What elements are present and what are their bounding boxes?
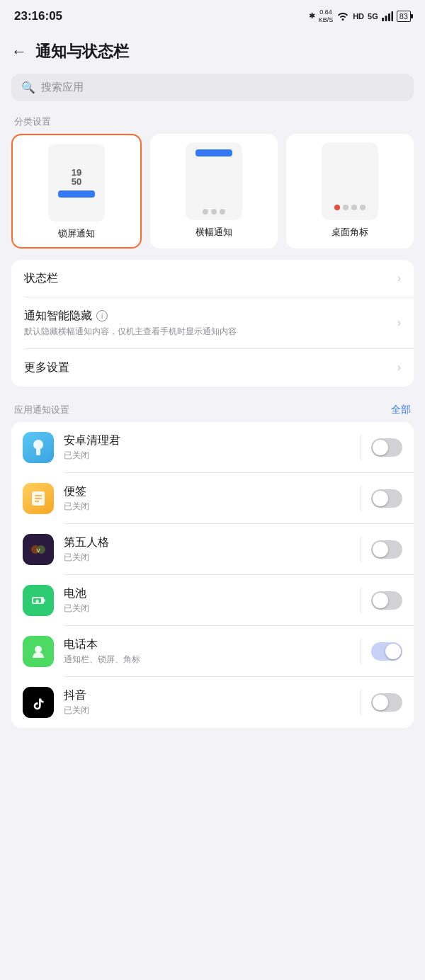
app-icon-tiktok <box>23 687 54 718</box>
toggle-memo[interactable] <box>371 489 402 508</box>
badge-dots-row <box>334 205 366 210</box>
toggle-contacts[interactable] <box>371 642 402 661</box>
banner-card-label: 横幅通知 <box>196 226 232 239</box>
speed-indicator: 0.64KB/S <box>319 8 334 24</box>
banner-bar <box>196 149 232 156</box>
svg-rect-1 <box>385 16 387 21</box>
app-name-memo: 便签 <box>64 484 351 499</box>
app-divider-game <box>361 537 361 562</box>
banner-preview-image <box>186 142 242 220</box>
svg-point-4 <box>33 440 43 450</box>
svg-rect-5 <box>36 449 40 455</box>
category-card-badge[interactable]: 桌面角标 <box>286 134 414 249</box>
app-row-cleaner[interactable]: 安卓清理君 已关闭 <box>11 422 414 473</box>
settings-row-smarthide[interactable]: 通知智能隐藏 i 默认隐藏横幅通知内容，仅机主查看手机时显示通知内容 › <box>11 297 414 349</box>
badge-card-label: 桌面角标 <box>332 226 368 239</box>
statusbar-title: 状态栏 <box>24 271 397 286</box>
banner-dot-1 <box>203 209 208 215</box>
toggle-knob-contacts <box>385 644 401 659</box>
toggle-knob-memo <box>373 491 388 506</box>
app-row-game[interactable]: V 第五人格 已关闭 <box>11 524 414 575</box>
app-status-memo: 已关闭 <box>64 501 351 513</box>
settings-row-more[interactable]: 更多设置 › <box>11 349 414 387</box>
info-icon: i <box>96 310 108 321</box>
badge-preview-image <box>322 142 378 220</box>
toggle-knob-battery <box>373 593 388 608</box>
svg-point-18 <box>35 646 42 653</box>
search-bar[interactable]: 🔍 搜索应用 <box>11 74 414 101</box>
app-row-memo[interactable]: 便签 已关闭 <box>11 473 414 524</box>
page-title: 通知与状态栏 <box>35 41 129 62</box>
app-section-all-button[interactable]: 全部 <box>391 404 411 416</box>
badge-dot-gray-1 <box>343 205 348 210</box>
svg-rect-3 <box>391 11 393 21</box>
smarthide-title: 通知智能隐藏 <box>24 309 92 324</box>
toggle-knob-game <box>373 542 388 557</box>
app-icon-cleaner <box>23 432 54 463</box>
svg-rect-2 <box>388 13 390 21</box>
toggle-cleaner[interactable] <box>371 438 402 457</box>
toggle-battery[interactable] <box>371 591 402 610</box>
smarthide-chevron: › <box>397 317 401 329</box>
battery-icon: 83 <box>397 11 411 22</box>
header: ← 通知与状态栏 <box>0 30 425 74</box>
category-card-lock[interactable]: 1950 锁屏通知 <box>11 134 142 249</box>
svg-text:V: V <box>36 547 40 554</box>
category-section-label: 分类设置 <box>0 113 425 134</box>
toggle-knob-tiktok <box>373 695 388 710</box>
banner-dots <box>203 209 225 215</box>
5g-label: 5G <box>368 12 378 21</box>
app-row-contacts[interactable]: 电话本 通知栏、锁屏、角标 <box>11 626 414 677</box>
app-divider-tiktok <box>361 690 361 715</box>
statusbar-chevron: › <box>397 272 401 285</box>
category-card-banner[interactable]: 横幅通知 <box>150 134 278 249</box>
app-icon-game: V <box>23 534 54 565</box>
app-icon-battery: ⊕ <box>23 585 54 616</box>
wifi-icon <box>336 11 349 22</box>
lock-card-label: 锁屏通知 <box>58 227 95 240</box>
app-icon-memo <box>23 483 54 514</box>
app-divider-contacts <box>361 639 361 664</box>
app-name-tiktok: 抖音 <box>64 688 351 703</box>
app-row-battery[interactable]: ⊕ 电池 已关闭 <box>11 575 414 626</box>
app-row-tiktok[interactable]: 抖音 已关闭 <box>11 677 414 728</box>
bottom-spacer <box>0 739 425 768</box>
search-input[interactable]: 搜索应用 <box>41 81 84 94</box>
app-status-contacts: 通知栏、锁屏、角标 <box>64 654 351 666</box>
app-icon-contacts <box>23 636 54 667</box>
app-name-cleaner: 安卓清理君 <box>64 433 351 448</box>
svg-rect-15 <box>44 599 45 602</box>
badge-dot-red-1 <box>334 205 340 210</box>
status-time: 23:16:05 <box>14 9 62 23</box>
signal-icon <box>382 11 393 21</box>
settings-row-statusbar[interactable]: 状态栏 › <box>11 260 414 297</box>
app-name-battery: 电池 <box>64 586 351 601</box>
search-icon: 🔍 <box>21 81 35 94</box>
status-icons: ✱ 0.64KB/S HD 5G 83 <box>309 8 411 24</box>
more-settings-title: 更多设置 <box>24 360 397 375</box>
app-name-game: 第五人格 <box>64 535 351 550</box>
toggle-knob-cleaner <box>373 440 388 455</box>
lock-preview-image: 1950 <box>48 144 105 222</box>
app-divider-cleaner <box>361 435 361 460</box>
more-settings-chevron: › <box>397 361 401 374</box>
banner-dot-3 <box>220 209 225 215</box>
back-button[interactable]: ← <box>11 42 27 61</box>
banner-dot-2 <box>211 209 217 215</box>
app-section-label: 应用通知设置 <box>14 404 69 416</box>
app-divider-battery <box>361 588 361 613</box>
hd-label: HD <box>353 12 364 21</box>
toggle-tiktok[interactable] <box>371 693 402 712</box>
app-list-card: 安卓清理君 已关闭 便签 已关闭 V <box>11 422 414 728</box>
category-cards: 1950 锁屏通知 横幅通知 <box>0 134 425 260</box>
app-status-tiktok: 已关闭 <box>64 705 351 717</box>
toggle-game[interactable] <box>371 540 402 559</box>
lock-notification-bar <box>58 190 95 198</box>
app-section-header: 应用通知设置 全部 <box>0 398 425 422</box>
badge-dot-gray-3 <box>360 205 366 210</box>
svg-text:⊕: ⊕ <box>35 599 39 603</box>
app-divider-memo <box>361 486 361 511</box>
app-name-contacts: 电话本 <box>64 637 351 652</box>
settings-card: 状态栏 › 通知智能隐藏 i 默认隐藏横幅通知内容，仅机主查看手机时显示通知内容… <box>11 260 414 387</box>
search-container: 🔍 搜索应用 <box>0 74 425 113</box>
